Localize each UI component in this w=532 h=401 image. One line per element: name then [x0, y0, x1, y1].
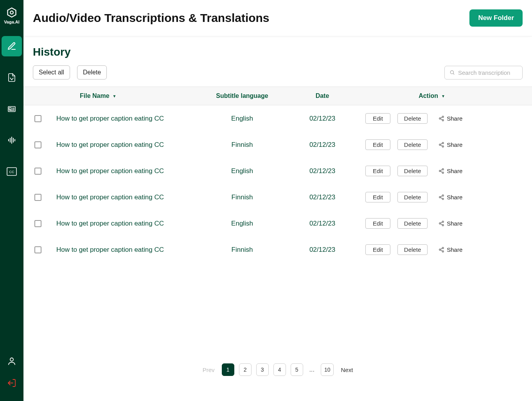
svg-line-26: [441, 143, 442, 145]
select-all-button[interactable]: Select all: [33, 65, 70, 79]
page-title: Audio/Video Transcriptions & Translation…: [33, 11, 270, 25]
file-name[interactable]: How to get proper caption eating CC: [56, 220, 201, 228]
edit-button[interactable]: Edit: [365, 166, 390, 176]
share-button[interactable]: Share: [439, 246, 462, 253]
brand: Vaga.AI: [4, 7, 20, 24]
share-button[interactable]: Share: [439, 168, 462, 174]
edit-button[interactable]: Edit: [365, 113, 390, 124]
nav-pdf[interactable]: [2, 67, 22, 88]
logout-icon: [7, 378, 16, 388]
file-name[interactable]: How to get proper caption eating CC: [56, 115, 201, 123]
page-next[interactable]: Next: [338, 367, 355, 373]
nav-logout[interactable]: [7, 378, 16, 389]
delete-button[interactable]: Delete: [77, 65, 107, 79]
share-button[interactable]: Share: [439, 220, 462, 227]
row-checkbox[interactable]: [34, 115, 41, 122]
svg-line-36: [441, 196, 442, 197]
caret-down-icon: ▼: [441, 94, 445, 98]
row-delete-button[interactable]: Delete: [397, 113, 428, 124]
col-filename[interactable]: File Name ▼: [56, 92, 201, 99]
page-ellipsis: ...: [308, 366, 316, 373]
row-delete-button[interactable]: Delete: [397, 244, 428, 255]
page-prev[interactable]: Prev: [200, 367, 217, 373]
logo-icon: [6, 7, 17, 18]
table-header: File Name ▼ Subtitle language Date Actio…: [23, 87, 532, 105]
search-icon: [449, 69, 455, 76]
svg-point-28: [442, 168, 444, 170]
table-row: How to get proper caption eating CC Engl…: [33, 210, 523, 237]
sidebar-nav: CC: [2, 36, 22, 182]
col-date-label: Date: [316, 92, 329, 99]
row-checkbox[interactable]: [34, 220, 41, 227]
nav-cc[interactable]: CC: [2, 161, 22, 182]
svg-point-1: [10, 11, 13, 14]
share-button[interactable]: Share: [439, 115, 462, 122]
svg-line-22: [441, 119, 442, 120]
svg-point-24: [439, 144, 441, 146]
svg-line-41: [441, 222, 442, 223]
edit-icon: [7, 42, 16, 51]
row-delete-button[interactable]: Delete: [397, 139, 428, 150]
share-button[interactable]: Share: [439, 194, 462, 200]
file-date: 02/12/23: [283, 220, 361, 228]
row-delete-button[interactable]: Delete: [397, 192, 428, 202]
edit-button[interactable]: Edit: [365, 192, 390, 202]
share-icon: [439, 220, 444, 226]
cc-icon: CC: [7, 167, 17, 176]
nav-compose[interactable]: [2, 36, 22, 56]
svg-point-44: [439, 249, 441, 251]
file-name[interactable]: How to get proper caption eating CC: [56, 193, 201, 201]
page-number[interactable]: 4: [273, 363, 286, 376]
toolbar: Select all Delete: [33, 65, 523, 79]
row-checkbox[interactable]: [34, 168, 41, 175]
nav-id-card[interactable]: [2, 99, 22, 119]
subtitle-language: English: [201, 115, 283, 123]
row-checkbox[interactable]: [34, 141, 41, 148]
row-delete-button[interactable]: Delete: [397, 218, 428, 229]
file-name[interactable]: How to get proper caption eating CC: [56, 167, 201, 175]
file-date: 02/12/23: [283, 115, 361, 123]
svg-point-19: [439, 118, 441, 119]
svg-point-39: [439, 223, 441, 224]
page-number[interactable]: 2: [239, 363, 252, 376]
col-filename-label: File Name: [80, 92, 110, 99]
sidebar: Vaga.AI: [0, 0, 23, 401]
svg-line-27: [441, 145, 442, 146]
file-date: 02/12/23: [283, 246, 361, 254]
caret-down-icon: ▼: [113, 94, 117, 98]
new-folder-button[interactable]: New Folder: [469, 9, 523, 27]
col-action[interactable]: Action ▼: [361, 92, 502, 99]
page-number[interactable]: 3: [256, 363, 269, 376]
page-last[interactable]: 10: [321, 363, 334, 376]
file-date: 02/12/23: [283, 167, 361, 175]
table-row: How to get proper caption eating CC Engl…: [33, 158, 523, 184]
search-box[interactable]: [444, 66, 523, 79]
search-input[interactable]: [458, 69, 518, 76]
page-number[interactable]: 1: [222, 363, 234, 376]
file-name[interactable]: How to get proper caption eating CC: [56, 246, 201, 254]
history-section: History Select all Delete File Name ▼: [23, 36, 532, 401]
col-action-label: Action: [419, 92, 438, 99]
svg-line-31: [441, 170, 442, 171]
file-date: 02/12/23: [283, 193, 361, 201]
id-card-icon: [7, 104, 16, 114]
share-button[interactable]: Share: [439, 141, 462, 148]
row-delete-button[interactable]: Delete: [397, 166, 428, 176]
nav-audio[interactable]: [2, 130, 22, 150]
row-checkbox[interactable]: [34, 246, 41, 253]
row-checkbox[interactable]: [34, 194, 41, 201]
svg-point-14: [10, 358, 13, 361]
file-name[interactable]: How to get proper caption eating CC: [56, 141, 201, 149]
edit-button[interactable]: Edit: [365, 218, 390, 229]
subtitle-language: Finnish: [201, 193, 283, 201]
subtitle-language: English: [201, 167, 283, 175]
subtitle-language: Finnish: [201, 246, 283, 254]
page-number[interactable]: 5: [291, 363, 303, 376]
share-icon: [439, 168, 444, 174]
share-icon: [439, 116, 444, 121]
table-row: How to get proper caption eating CC Finn…: [33, 184, 523, 210]
edit-button[interactable]: Edit: [365, 139, 390, 150]
edit-button[interactable]: Edit: [365, 244, 390, 255]
nav-profile[interactable]: [7, 356, 16, 367]
svg-point-33: [442, 195, 444, 196]
